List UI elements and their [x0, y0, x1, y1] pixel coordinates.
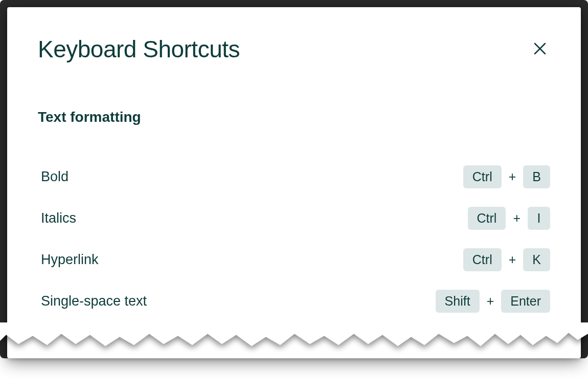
shortcut-row: Single-space text Shift + Enter — [38, 280, 550, 322]
keyboard-shortcuts-modal: Keyboard Shortcuts Text formatting Bold … — [7, 7, 581, 358]
section-heading-label: Text block conversion — [38, 358, 188, 358]
key-separator: + — [509, 252, 516, 267]
section-heading-text-block-conversion: Text block conversion i — [38, 358, 550, 358]
shortcut-keys: Ctrl + B — [463, 165, 550, 188]
keycap: I — [528, 207, 550, 230]
keycap: Enter — [501, 290, 550, 313]
shortcut-label: Italics — [38, 210, 76, 226]
close-button[interactable] — [530, 38, 550, 59]
modal-backdrop: Keyboard Shortcuts Text formatting Bold … — [0, 0, 588, 358]
shortcut-label: Bold — [38, 169, 69, 185]
shortcut-keys: Ctrl + K — [463, 248, 550, 271]
section-heading-text-formatting: Text formatting — [38, 109, 550, 125]
keycap: Ctrl — [463, 165, 502, 188]
keycap: Ctrl — [468, 207, 506, 230]
shortcuts-list: Bold Ctrl + B Italics Ctrl + I Hyperlink — [38, 156, 550, 322]
shortcut-row: Italics Ctrl + I — [38, 198, 550, 239]
keycap: B — [523, 165, 550, 188]
shortcut-keys: Ctrl + I — [468, 207, 551, 230]
key-separator: + — [487, 294, 494, 309]
modal-title: Keyboard Shortcuts — [38, 35, 240, 63]
shortcut-row: Hyperlink Ctrl + K — [38, 239, 550, 280]
key-separator: + — [513, 211, 521, 226]
close-icon — [533, 41, 547, 56]
section-heading-label: Text formatting — [38, 109, 141, 125]
keycap: Ctrl — [463, 248, 502, 271]
shortcut-label: Hyperlink — [38, 252, 99, 268]
modal-header: Keyboard Shortcuts — [38, 35, 550, 63]
shortcut-row: Bold Ctrl + B — [38, 156, 550, 198]
keycap: K — [523, 248, 550, 271]
key-separator: + — [509, 169, 516, 184]
shortcut-keys: Shift + Enter — [436, 290, 550, 313]
keycap: Shift — [436, 290, 480, 313]
shortcut-label: Single-space text — [38, 293, 147, 309]
